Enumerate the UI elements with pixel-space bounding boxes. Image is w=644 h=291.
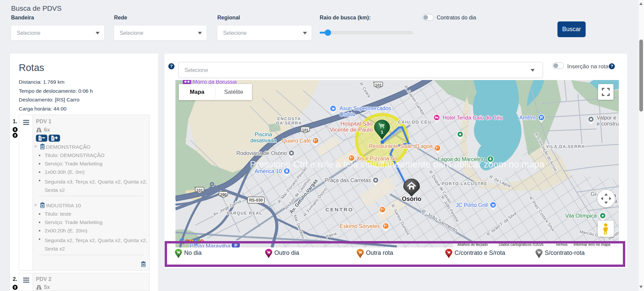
svg-text:Hotel Tenda Caiu do Céu: Hotel Tenda Caiu do Céu [443,115,503,121]
svg-text:AmPm: AmPm [519,115,535,121]
svg-text:Hospital São: Hospital São [340,121,373,127]
svg-text:101: 101 [302,128,309,133]
svg-text:DA SERRA: DA SERRA [276,121,302,126]
svg-text:Quiero Café: Quiero Café [282,138,311,144]
svg-text:Osório: Osório [339,112,355,117]
svg-text:desativada: desativada [250,138,276,143]
svg-text:101: 101 [196,188,203,193]
svg-text:Valpor e: Valpor e [597,115,616,121]
svg-text:Vila Olímpica: Vila Olímpica [565,213,597,219]
svg-text:Vicente de Paulo: Vicente de Paulo [330,127,373,133]
svg-text:290: 290 [220,193,227,197]
svg-text:1: 1 [381,130,383,135]
svg-text:VILA DA SERRA: VILA DA SERRA [546,144,585,149]
svg-text:Praça das Carretas: Praça das Carretas [325,177,371,183]
svg-text:Osório: Osório [402,196,421,202]
svg-text:CAIU DO CÉU: CAIU DO CÉU [398,120,431,125]
svg-text:JC Porto Grill: JC Porto Grill [456,202,488,208]
svg-text:Piscina: Piscina [255,132,272,137]
svg-text:Rodoviária de Osório: Rodoviária de Osório [236,150,287,156]
svg-text:101: 101 [375,83,382,88]
svg-text:Restaurante Solar d'Lagoa: Restaurante Solar d'Lagoa [369,143,433,149]
svg-text:Asun Supermercados: Asun Supermercados [339,105,391,111]
svg-text:ENCOSTA: ENCOSTA [277,117,301,121]
svg-text:Pressione Ctrl e role a tela s: Pressione Ctrl e role a tela simultaneam… [250,159,544,169]
svg-text:PORTO LACUSTRE: PORTO LACUSTRE [442,181,488,186]
svg-text:CENTRO: CENTRO [325,207,353,212]
svg-text:Eskimó Sorvetes: Eskimó Sorvetes [340,223,380,229]
svg-text:RS-030: RS-030 [249,198,263,203]
svg-text:PARQUE REAL: PARQUE REAL [227,211,263,216]
svg-text:Gr: Gr [591,191,597,197]
svg-text:e constru: e constru [597,121,619,127]
